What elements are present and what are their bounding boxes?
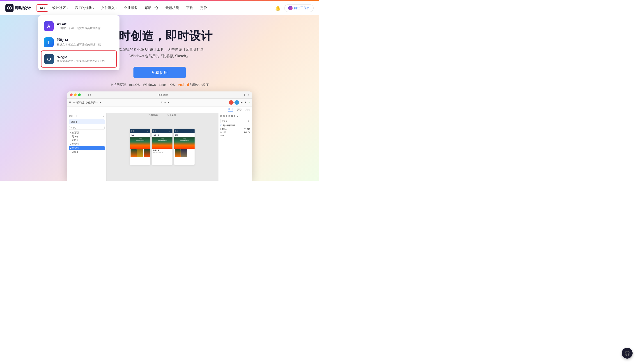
align-middle-v-icon[interactable]: ⊞ xyxy=(231,115,233,117)
url-bar[interactable]: js.design xyxy=(93,94,234,96)
hero-platforms: 支持网页端、macOS、Windows、Linux、iOS、Android 和微… xyxy=(110,83,208,87)
panel-wh-row: W 102 H 146.34 xyxy=(220,131,250,133)
align-center-h-icon[interactable]: ⊡ xyxy=(223,115,225,117)
a1art-icon: A xyxy=(44,21,54,31)
panel-rotation-row: ◎ 0 xyxy=(220,134,250,136)
notification-bell-button[interactable]: 🔔 xyxy=(275,6,281,11)
card-header-ming: 9:41 ● ● xyxy=(174,129,195,133)
bell-icon: 🔔 xyxy=(275,6,281,10)
rotation-group: ◎ 0 xyxy=(220,134,224,136)
nav-item-ai[interactable]: Ai ▾ xyxy=(37,4,48,12)
header-right: 🔔 前往工作台 xyxy=(275,4,313,12)
card-header-detail: 9:41 ● ● xyxy=(152,129,172,133)
app-titlebar: ‹ › js.design ⬆ + xyxy=(67,92,252,99)
chevron-down-icon: ▾ xyxy=(44,7,45,9)
nav-item-file-import[interactable]: 文件导入 ▾ xyxy=(98,4,120,12)
logo-icon xyxy=(6,4,14,12)
align-left-icon[interactable]: ⊞ xyxy=(220,115,222,117)
canvas-frame-labels: ◇ 草页/稿 ◇ 复星/页 xyxy=(149,114,176,117)
align-top-icon[interactable]: ⊞ xyxy=(228,115,230,117)
card-header-bookshelf: 9:41 ● ● xyxy=(130,129,150,133)
tab-annotation[interactable]: 标注 xyxy=(245,108,250,112)
tree-item-6: 6.jpeg xyxy=(69,150,105,154)
tab-prototype[interactable]: 原型 xyxy=(237,108,242,112)
clip-label: 超出画板隐藏 xyxy=(223,124,235,127)
hero-subtitle: 云端编辑的专业级 UI 设计工具，为中国设计师量身打造 Windows 也能用的… xyxy=(115,46,204,60)
nav-item-pricing[interactable]: 定价 xyxy=(197,4,210,12)
chevron-down-icon: ▾ xyxy=(100,101,101,104)
traffic-light-red[interactable] xyxy=(70,94,73,96)
tree-item-5[interactable]: ▾ 整页/是 xyxy=(69,146,105,150)
x-coord-group: X 1194 xyxy=(220,128,227,130)
chevron-down-icon: ▾ xyxy=(116,7,117,9)
book-cover-detail: FIREHEROES & FOREST xyxy=(152,138,172,149)
app-canvas: ◇ 草页/稿 ◇ 复星/页 9:41 ● ● 书架 FIREHER xyxy=(107,113,218,181)
book-cover-fire: FIREHEROES & FOREST xyxy=(130,138,150,149)
app-screenshot: ‹ › js.design ⬆ + ☰ 书籍阅读类小程序设计 ▾ 62% ▾ xyxy=(67,92,252,181)
play-icon[interactable]: ▶ xyxy=(241,101,243,104)
hero-title: 即时创造，即时设计 xyxy=(107,29,212,43)
dropdown-item-wegic[interactable]: ω Wegic 90s 简单对话，完成精品网站设计&上线 › xyxy=(41,50,117,68)
add-page-icon[interactable]: + xyxy=(103,115,104,118)
clip-checkbox[interactable]: ☑ xyxy=(220,124,222,126)
traffic-light-green[interactable] xyxy=(78,94,81,96)
align-right-icon[interactable]: ⊞ xyxy=(226,115,227,117)
nav-item-download[interactable]: 下载 xyxy=(183,4,196,12)
wegic-text: Wegic 90s 简单对话，完成精品网站设计&上线 xyxy=(57,55,105,63)
share-icon2[interactable]: ⬆ xyxy=(244,101,246,104)
page-item[interactable]: 页面 1 xyxy=(69,120,105,124)
ai-dropdown: A A1.art 一张图/一个词，免费生成高质量图像 T 即时 AI 根据文本描… xyxy=(38,15,120,70)
chevron-down-icon: ▾ xyxy=(93,7,94,9)
dropdown-item-jiishi-ai[interactable]: T 即时 AI 根据文本描述,生成可编辑的UI设计稿 xyxy=(41,34,117,50)
app-window: ‹ › js.design ⬆ + ☰ 书籍阅读类小程序设计 ▾ 62% ▾ xyxy=(67,92,252,181)
chevron-right-icon: › xyxy=(113,57,114,61)
header: 即时设计 Ai ▾ 设计社区 ▾ 我们的优势 ▾ 文件导入 ▾ 企业服务 帮助中… xyxy=(0,1,319,15)
h-size-group: H 146.34 xyxy=(242,131,250,133)
y-coord-group: Y -218 xyxy=(244,128,250,130)
book-cover-ming: FIREHEROES & FOREST xyxy=(174,138,195,149)
menu-icon[interactable]: ☰ xyxy=(69,101,71,104)
logo-area[interactable]: 即时设计 xyxy=(6,4,31,12)
zoom-level[interactable]: 62% xyxy=(161,101,166,104)
frame-type-label: 自定义 xyxy=(221,120,227,122)
nav-forward-icon[interactable]: › xyxy=(90,93,91,97)
sidebar-search[interactable] xyxy=(69,126,105,130)
tree-item-2: 6.jpeg xyxy=(69,135,105,138)
jiishi-ai-text: 即时 AI 根据文本描述,生成可编辑的UI设计稿 xyxy=(57,38,101,47)
goto-workspace-button[interactable]: 前往工作台 xyxy=(284,4,313,12)
canvas-inner: 9:41 ● ● 书架 FIREHEROES & FOREST xyxy=(130,129,195,165)
book-covers-ming xyxy=(174,149,195,158)
traffic-light-yellow[interactable] xyxy=(74,94,77,96)
add-tab-icon[interactable]: + xyxy=(247,93,249,96)
card-title-detail: 书籍介绍 xyxy=(152,133,172,138)
app-toolbar: ☰ 书籍阅读类小程序设计 ▾ 62% ▾ ▶ ⬆ ✓ xyxy=(67,99,252,107)
distribute-icon[interactable]: ⋮ xyxy=(236,115,238,117)
book-info: 森林之火 威廉·冯元普特 著 xyxy=(152,149,172,154)
logo-text: 即时设计 xyxy=(15,6,31,11)
chevron-down-icon: ▾ xyxy=(67,7,68,9)
workspace-icon xyxy=(288,6,293,10)
dropdown-item-a1art[interactable]: A A1.art 一张图/一个词，免费生成高质量图像 xyxy=(41,18,117,34)
panel-frame-select: 自定义 ▾ xyxy=(220,119,250,123)
hero-cta-button[interactable]: 免费使用 xyxy=(133,67,186,78)
nav-back-icon[interactable]: ‹ xyxy=(88,93,89,97)
layer-search-input[interactable] xyxy=(69,126,105,130)
nav-item-latest[interactable]: 最新功能 xyxy=(162,4,182,12)
clip-toggle-row: ☑ 超出画板隐藏 xyxy=(220,124,250,127)
check-icon[interactable]: ✓ xyxy=(248,101,250,104)
chevron-down-icon-frame[interactable]: ▾ xyxy=(248,120,249,122)
tree-item-4: ▸ 整页/是 xyxy=(69,142,105,146)
main-nav: Ai ▾ 设计社区 ▾ 我们的优势 ▾ 文件导入 ▾ 企业服务 帮助中心 最新功… xyxy=(37,4,275,12)
design-panel-tabs: 设计 原型 标注 xyxy=(67,107,252,113)
nav-item-our-advantages[interactable]: 我们的优势 ▾ xyxy=(72,4,97,12)
jiishi-ai-icon: T xyxy=(44,38,54,47)
panel-xy-row: X 1194 Y -218 xyxy=(220,128,250,130)
share-icon[interactable]: ⬆ xyxy=(243,93,246,96)
align-bottom-icon[interactable]: ⊞ xyxy=(234,115,236,117)
nav-item-design-community[interactable]: 设计社区 ▾ xyxy=(49,4,71,12)
wegic-icon: ω xyxy=(44,54,54,64)
nav-item-help[interactable]: 帮助中心 xyxy=(142,4,161,12)
chevron-down-icon-zoom: ▾ xyxy=(168,101,169,104)
nav-item-enterprise[interactable]: 企业服务 xyxy=(121,4,141,12)
tab-design[interactable]: 设计 xyxy=(228,108,233,112)
